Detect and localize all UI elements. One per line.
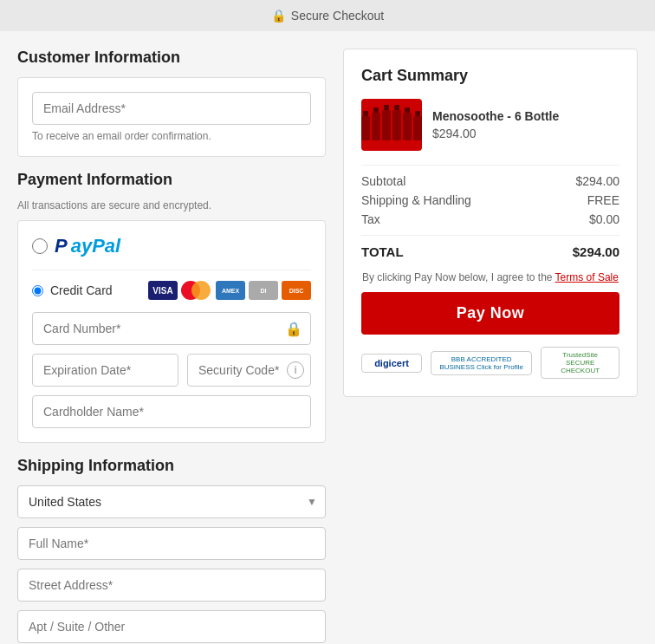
diners-icon: DI xyxy=(249,281,278,300)
secure-checkout-label: Secure Checkout xyxy=(291,9,384,23)
credit-label-row[interactable]: Credit Card xyxy=(32,283,113,297)
customer-form-box: To receive an email order confirmation. xyxy=(17,77,326,157)
apt-suite-input[interactable] xyxy=(17,610,326,643)
tax-label: Tax xyxy=(361,212,380,226)
bottle-1 xyxy=(361,116,370,140)
email-input[interactable] xyxy=(32,92,311,125)
total-label: TOTAL xyxy=(361,244,404,259)
bottle-3 xyxy=(382,110,391,140)
customer-section-title: Customer Information xyxy=(17,49,326,67)
shipping-section-title: Shipping Information xyxy=(17,457,326,475)
product-image xyxy=(361,99,422,151)
payment-divider xyxy=(32,270,311,270)
main-layout: Customer Information To receive an email… xyxy=(0,31,655,644)
shipping-value: FREE xyxy=(587,193,619,207)
email-hint: To receive an email order confirmation. xyxy=(32,130,311,142)
shipping-row: Shipping & Handling FREE xyxy=(361,193,619,207)
amex-icon: AMEX xyxy=(216,281,245,300)
visa-icon: VISA xyxy=(148,281,178,300)
credit-card-row: Credit Card VISA AMEX DI DISC xyxy=(32,281,311,300)
lock-icon: 🔒 xyxy=(271,9,286,23)
shipping-label: Shipping & Handling xyxy=(361,193,471,207)
subtotal-row: Subtotal $294.00 xyxy=(361,174,619,188)
card-number-wrap: 🔒 xyxy=(32,312,311,345)
payment-section-title: Payment Information xyxy=(17,171,326,189)
bottle-group xyxy=(361,110,422,140)
paypal-logo: PayPal xyxy=(55,235,120,257)
paypal-p-icon: P xyxy=(55,235,68,257)
product-name: Menosoothe - 6 Bottle xyxy=(432,109,559,123)
bbb-badge: BBB ACCREDITED BUSINESS Click for Profil… xyxy=(431,351,532,375)
street-address-input[interactable] xyxy=(17,569,326,602)
shipping-section: Shipping Information United States ▼ xyxy=(17,457,326,644)
expiry-input[interactable] xyxy=(32,354,178,387)
paypal-row[interactable]: PayPal xyxy=(32,235,311,257)
credit-card-radio[interactable] xyxy=(32,285,43,296)
bottle-6 xyxy=(413,116,422,140)
pay-now-button[interactable]: Pay Now xyxy=(361,292,619,335)
total-value: $294.00 xyxy=(573,244,619,259)
bottle-2 xyxy=(372,113,380,140)
digicert-label: digicert xyxy=(374,358,409,368)
digicert-badge: digicert xyxy=(361,354,422,373)
trust-badges: digicert BBB ACCREDITED BUSINESS Click f… xyxy=(361,347,619,379)
tax-row: Tax $0.00 xyxy=(361,212,619,226)
terms-text: By clicking Pay Now below, I agree to th… xyxy=(361,271,619,283)
bottle-4 xyxy=(392,110,401,140)
cvv-info-icon[interactable]: i xyxy=(287,361,304,379)
country-select-wrap: United States ▼ xyxy=(17,485,326,518)
trusted-label: TrustedSite SECURE CHECKOUT xyxy=(548,351,612,374)
cart-summary-panel: Cart Summary Menosoothe - 6 Bottle $294.… xyxy=(343,49,638,397)
full-name-input[interactable] xyxy=(17,527,326,560)
country-select[interactable]: United States xyxy=(17,485,326,518)
bottle-5 xyxy=(403,113,412,140)
product-row: Menosoothe - 6 Bottle $294.00 xyxy=(361,99,619,151)
credit-card-label: Credit Card xyxy=(50,283,113,297)
cart-divider-1 xyxy=(361,165,619,166)
cardholder-name-input[interactable] xyxy=(32,395,311,428)
card-icons: VISA AMEX DI DISC xyxy=(148,281,311,300)
terms-of-sale-link[interactable]: Terms of Sale xyxy=(555,271,619,283)
trusted-site-badge: TrustedSite SECURE CHECKOUT xyxy=(541,347,619,379)
terms-prefix: By clicking Pay Now below, I agree to th… xyxy=(362,271,555,283)
product-info: Menosoothe - 6 Bottle $294.00 xyxy=(432,109,559,140)
bbb-label: BBB ACCREDITED BUSINESS Click for Profil… xyxy=(438,355,524,371)
paypal-pay-label: ayPal xyxy=(71,235,121,257)
secure-checkout-bar: 🔒 Secure Checkout xyxy=(0,0,655,31)
payment-section: Payment Information All transactions are… xyxy=(17,171,326,443)
mastercard-icon xyxy=(181,281,212,300)
tax-value: $0.00 xyxy=(589,212,619,226)
expiry-cvv-row: i xyxy=(32,354,311,387)
cvv-wrap: i xyxy=(187,354,311,387)
paypal-radio[interactable] xyxy=(32,238,48,254)
subtotal-label: Subtotal xyxy=(361,174,405,188)
customer-section: Customer Information To receive an email… xyxy=(17,49,326,157)
discover-icon: DISC xyxy=(282,281,311,300)
product-price: $294.00 xyxy=(432,127,559,140)
cart-divider-2 xyxy=(361,235,619,236)
payment-form-box: PayPal Credit Card VISA xyxy=(17,220,326,443)
total-row: TOTAL $294.00 xyxy=(361,244,619,259)
left-panel: Customer Information To receive an email… xyxy=(17,49,343,644)
cart-title: Cart Summary xyxy=(361,67,619,85)
payment-subtitle: All transactions are secure and encrypte… xyxy=(17,199,326,211)
lock-card-icon: 🔒 xyxy=(285,321,302,337)
card-number-input[interactable] xyxy=(32,312,311,345)
subtotal-value: $294.00 xyxy=(575,174,619,188)
